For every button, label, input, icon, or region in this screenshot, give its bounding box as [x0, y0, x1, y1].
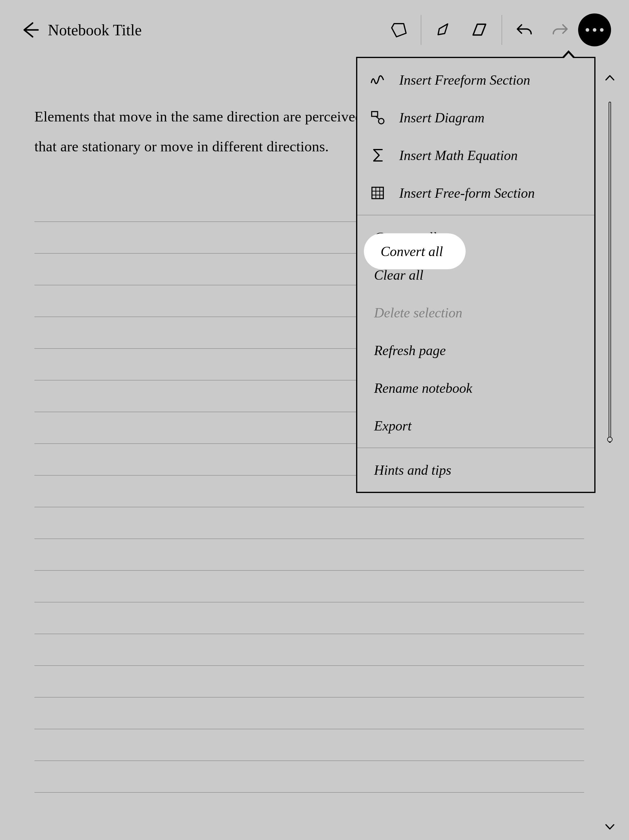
- scrollbar-track[interactable]: [608, 102, 611, 807]
- undo-icon: [515, 21, 533, 39]
- menu-item-label: Refresh page: [374, 343, 446, 358]
- menu-item-rename-notebook[interactable]: Rename notebook: [357, 369, 594, 407]
- menu-item-refresh-page[interactable]: Refresh page: [357, 332, 594, 369]
- menu-item-label: Rename notebook: [374, 380, 472, 396]
- pen-tool-button[interactable]: [425, 12, 461, 48]
- highlight-label: Convert all: [381, 243, 443, 259]
- dot-icon: [600, 28, 604, 32]
- back-button[interactable]: [18, 18, 42, 42]
- menu-item-label: Export: [374, 418, 411, 434]
- menu-item-insert-freeform[interactable]: Insert Freeform Section: [357, 61, 594, 99]
- pen-icon: [435, 22, 452, 38]
- undo-button[interactable]: [506, 12, 542, 48]
- menu-item-label: Insert Diagram: [399, 110, 484, 126]
- notebook-title: Notebook Title: [48, 21, 142, 39]
- scrollbar-thumb[interactable]: [608, 102, 611, 443]
- eraser-icon: [471, 21, 488, 39]
- more-menu-dropdown: Insert Freeform Section Insert Diagram I…: [356, 57, 596, 493]
- menu-item-label: Insert Freeform Section: [399, 72, 530, 88]
- scroll-down-button[interactable]: [603, 820, 616, 834]
- chevron-up-icon: [605, 74, 615, 81]
- redo-icon: [552, 21, 569, 39]
- highlight-convert-all[interactable]: Convert all: [364, 233, 466, 269]
- menu-item-hints[interactable]: Hints and tips: [357, 451, 594, 489]
- scrollbar-knob[interactable]: [607, 437, 613, 442]
- toolbar: Notebook Title: [0, 0, 629, 60]
- menu-item-label: Insert Math Equation: [399, 147, 518, 163]
- eraser-tool-button[interactable]: [461, 12, 497, 48]
- svg-rect-2: [372, 187, 383, 199]
- dot-icon: [593, 28, 596, 32]
- menu-item-insert-diagram[interactable]: Insert Diagram: [357, 99, 594, 136]
- shape-tool-button[interactable]: [381, 12, 417, 48]
- menu-item-label: Clear all: [374, 267, 424, 283]
- menu-item-delete-selection: Delete selection: [357, 294, 594, 332]
- scroll-up-button[interactable]: [603, 71, 616, 84]
- grid-icon: [369, 185, 386, 201]
- scribble-icon: [369, 71, 386, 88]
- svg-rect-0: [371, 112, 378, 116]
- menu-item-label: Hints and tips: [374, 462, 451, 478]
- menu-item-insert-math[interactable]: Insert Math Equation: [357, 136, 594, 174]
- toolbar-separator: [501, 15, 502, 45]
- menu-item-label: Delete selection: [374, 305, 462, 321]
- shape-icon: [390, 21, 407, 39]
- redo-button[interactable]: [542, 12, 578, 48]
- chevron-down-icon: [605, 824, 615, 830]
- menu-item-export[interactable]: Export: [357, 407, 594, 445]
- menu-item-insert-freeform-grid[interactable]: Insert Free-form Section: [357, 174, 594, 212]
- menu-item-label: Insert Free-form Section: [399, 185, 535, 201]
- more-menu-button[interactable]: [578, 13, 611, 46]
- diagram-icon: [369, 109, 386, 126]
- arrow-left-icon: [21, 21, 39, 39]
- dot-icon: [586, 28, 589, 32]
- toolbar-separator: [421, 15, 421, 45]
- sigma-icon: [369, 147, 386, 164]
